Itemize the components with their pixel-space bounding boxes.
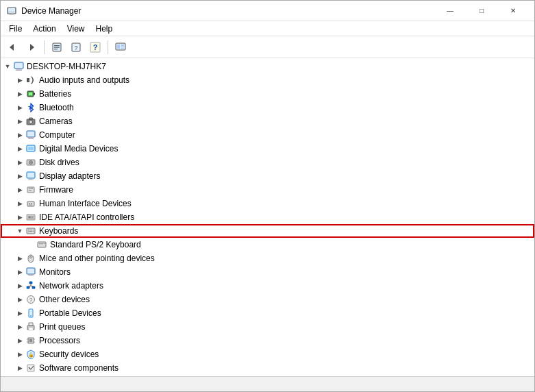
svg-line-71 [28,286,31,286]
tree-items: ▶Audio inputs and outputs▶Batteries▶Blue… [1,73,534,376]
monitors-label: Monitors [39,267,71,277]
tree-item-kb-standard[interactable]: ▷Standard PS/2 Keyboard [1,238,534,252]
expander-network[interactable]: ▶ [14,280,25,291]
svg-text:🔒: 🔒 [28,352,34,358]
tree-item-digital[interactable]: ▶Digital Media Devices [1,142,534,156]
svg-rect-50 [28,230,29,230]
tree-item-processors[interactable]: ▶Processors [1,334,534,347]
toolbar-properties-button[interactable] [48,38,66,56]
bluetooth-icon [25,102,36,113]
toolbar-help-button[interactable]: ? [86,38,104,56]
tree-item-print[interactable]: ▶Print queues [1,320,534,334]
tree-item-display[interactable]: ▶Display adapters [1,169,534,183]
tree-item-portable[interactable]: ▶Portable Devices [1,306,534,320]
tree-item-network[interactable]: ▶Network adapters [1,279,534,293]
menu-help[interactable]: Help [90,21,119,36]
svg-rect-43 [29,203,30,204]
device-tree[interactable]: ▼ DESKTOP-MHJ7HK7 ▶Audio inputs and outp… [1,58,534,376]
tree-item-keyboards[interactable]: ▼Keyboards [1,224,534,238]
expander-batteries[interactable]: ▶ [14,88,25,99]
tree-item-softcomp[interactable]: ▶Software components [1,361,534,375]
expander-hid[interactable]: ▶ [14,198,25,209]
svg-rect-60 [42,243,43,244]
digital-icon [25,143,36,154]
tree-item-monitors[interactable]: ▶Monitors [1,265,534,279]
firmware-label: Firmware [39,185,73,195]
tree-item-security[interactable]: ▶🔒Security devices [1,347,534,361]
svg-rect-59 [40,243,42,244]
toolbar-back-button[interactable] [3,38,21,56]
expander-portable[interactable]: ▶ [14,308,25,319]
svg-rect-28 [27,131,35,137]
menu-file[interactable]: File [3,21,27,36]
tree-item-audio[interactable]: ▶Audio inputs and outputs [1,73,534,87]
security-label: Security devices [39,350,99,359]
svg-rect-40 [29,188,33,189]
mice-label: Mice and other pointing devices [39,254,155,263]
svg-rect-2 [8,12,15,12]
maximize-button[interactable]: □ [466,1,497,21]
expander-other[interactable]: ▶ [14,294,25,305]
svg-rect-56 [33,231,34,232]
svg-rect-38 [28,180,34,180]
svg-rect-19 [16,69,22,71]
tree-item-mice[interactable]: ▶Mice and other pointing devices [1,252,534,265]
tree-item-disk[interactable]: ▶Disk drives [1,156,534,169]
menu-view[interactable]: View [62,21,90,36]
svg-rect-65 [29,274,32,275]
hid-label: Human Interface Devices [39,199,132,208]
title-bar: Device Manager — □ ✕ [1,1,534,21]
tree-item-bluetooth[interactable]: ▶Bluetooth [1,101,534,114]
svg-point-76 [30,315,32,317]
expander-digital[interactable]: ▶ [14,143,25,154]
toolbar-update-button[interactable]: ? [67,38,85,56]
svg-rect-78 [29,323,33,326]
expander-mice[interactable]: ▶ [14,253,25,264]
minimize-button[interactable]: — [434,1,466,21]
expander-disk[interactable]: ▶ [14,157,25,168]
expander-bluetooth[interactable]: ▶ [14,102,25,113]
menu-bar: File Action View Help [1,21,534,36]
svg-rect-23 [29,93,32,95]
expander-display[interactable]: ▶ [14,171,25,182]
svg-rect-7 [54,47,60,47]
menu-action[interactable]: Action [27,21,61,36]
expander-monitors[interactable]: ▶ [14,267,25,278]
svg-rect-64 [27,268,35,274]
tree-item-batteries[interactable]: ▶Batteries [1,87,534,101]
softcomp-icon [25,363,36,373]
svg-rect-0 [8,8,16,14]
expander-print[interactable]: ▶ [14,321,25,332]
tree-item-firmware[interactable]: ▶Firmware [1,183,534,197]
print-icon [25,321,36,332]
other-label: Other devices [39,295,90,304]
toolbar-separator-1 [44,40,45,54]
svg-text:?: ? [93,43,98,51]
svg-rect-41 [29,190,32,191]
toolbar-devmgr-button[interactable] [112,38,129,56]
tree-item-other[interactable]: ▶?Other devices [1,293,534,306]
svg-rect-53 [33,230,34,230]
tree-root[interactable]: ▼ DESKTOP-MHJ7HK7 [1,60,534,73]
expander-ide[interactable]: ▶ [14,212,25,223]
expander-firmware[interactable]: ▶ [14,184,25,195]
root-expander[interactable]: ▼ [2,61,13,72]
expander-keyboards[interactable]: ▼ [14,225,25,236]
expander-computer[interactable]: ▶ [14,130,25,140]
expander-processors[interactable]: ▶ [14,335,25,346]
svg-line-72 [31,286,34,286]
expander-security[interactable]: ▶ [14,349,25,360]
toolbar-forward-button[interactable] [23,38,40,56]
tree-item-ide[interactable]: ▶IDE ATA/ATAPI controllers [1,210,534,224]
close-button[interactable]: ✕ [497,1,529,21]
hid-icon [25,198,36,209]
tree-item-computer[interactable]: ▶Computer [1,128,534,142]
tree-item-hid[interactable]: ▶Human Interface Devices [1,197,534,210]
expander-audio[interactable]: ▶ [14,75,25,86]
svg-rect-57 [38,242,46,247]
svg-rect-30 [28,138,34,139]
expander-softcomp[interactable]: ▶ [14,363,25,373]
svg-rect-42 [27,201,34,206]
expander-cameras[interactable]: ▶ [14,116,25,127]
tree-item-cameras[interactable]: ▶Cameras [1,114,534,128]
